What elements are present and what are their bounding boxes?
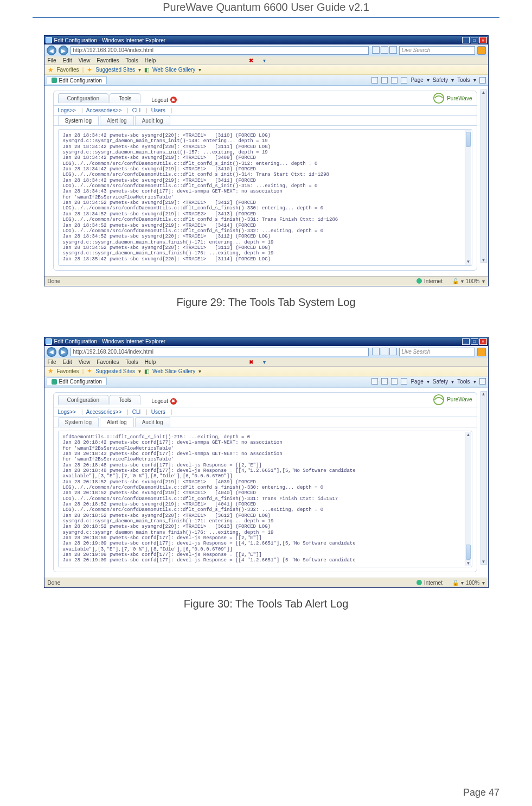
web-slice-link[interactable]: Web Slice Gallery bbox=[152, 67, 195, 73]
nav-back-button[interactable]: ◀ bbox=[47, 46, 56, 55]
nav-forward-button[interactable]: ▶ bbox=[59, 347, 68, 357]
favorites-star-icon[interactable]: ★ bbox=[48, 66, 54, 74]
suggested-sites-link[interactable]: Suggested Sites bbox=[95, 67, 135, 73]
stop-icon[interactable] bbox=[381, 348, 388, 355]
address-bar[interactable]: http://192.168.200.104/index.html bbox=[70, 348, 369, 356]
chevron-down-icon[interactable]: ▾ bbox=[451, 77, 454, 83]
logout-button[interactable]: Logout✖ bbox=[151, 398, 177, 405]
scrollbar-thumb[interactable] bbox=[466, 132, 471, 147]
page-stop-icon[interactable]: ✖ bbox=[249, 359, 253, 365]
scrollbar-thumb[interactable] bbox=[466, 545, 471, 560]
mail-icon[interactable] bbox=[391, 77, 398, 84]
menu-file[interactable]: File bbox=[48, 57, 56, 63]
cmd-tools[interactable]: Tools bbox=[457, 77, 470, 83]
log-scrollbar[interactable] bbox=[465, 432, 471, 566]
browser-tab[interactable]: Edit Configuration bbox=[47, 378, 107, 385]
dropdown-icon[interactable]: ▾ bbox=[198, 67, 201, 73]
chevron-down-icon[interactable]: ▾ bbox=[473, 379, 476, 385]
nav-back-button[interactable]: ◀ bbox=[47, 347, 56, 357]
stop-icon[interactable] bbox=[381, 46, 388, 54]
zoom-label[interactable]: 100% bbox=[466, 580, 480, 586]
mail-icon[interactable] bbox=[391, 378, 398, 385]
link-logs[interactable]: Logs>> bbox=[58, 409, 76, 415]
main-tab-configuration[interactable]: Configuration bbox=[58, 395, 108, 405]
menu-favorites[interactable]: Favorites bbox=[97, 57, 119, 63]
link-cli[interactable]: CLI bbox=[132, 107, 141, 113]
menu-help[interactable]: Help bbox=[145, 57, 156, 63]
window-maximize-button[interactable]: □ bbox=[471, 338, 478, 345]
subtab-audit-log[interactable]: Audit log bbox=[135, 116, 170, 125]
subtab-system-log[interactable]: System log bbox=[58, 116, 99, 125]
link-accessories[interactable]: Accessories>> bbox=[86, 107, 122, 113]
main-tab-tools[interactable]: Tools bbox=[110, 93, 140, 103]
favorites-label[interactable]: Favorites bbox=[57, 67, 79, 73]
compat-view-icon[interactable]: ▾ bbox=[263, 359, 266, 365]
refresh-icon[interactable] bbox=[372, 348, 380, 355]
menu-help[interactable]: Help bbox=[145, 359, 156, 365]
menu-tools[interactable]: Tools bbox=[125, 359, 138, 365]
chevron-down-icon[interactable]: ▾ bbox=[427, 77, 430, 83]
chevron-down-icon[interactable]: ▾ bbox=[427, 379, 430, 385]
cmd-page[interactable]: Page bbox=[411, 77, 423, 83]
dropdown-icon[interactable]: ▾ bbox=[138, 67, 141, 73]
window-minimize-button[interactable]: _ bbox=[462, 37, 470, 43]
main-tab-tools[interactable]: Tools bbox=[110, 395, 140, 405]
cmd-safety[interactable]: Safety bbox=[433, 77, 448, 83]
zoom-dropdown-icon[interactable]: ▾ bbox=[482, 580, 485, 586]
link-cli[interactable]: CLI bbox=[132, 409, 141, 415]
feeds-icon[interactable] bbox=[381, 378, 388, 385]
menu-file[interactable]: File bbox=[48, 359, 56, 365]
dropdown-icon[interactable]: ▾ bbox=[198, 368, 201, 374]
window-minimize-button[interactable]: _ bbox=[462, 338, 470, 345]
search-dropdown-icon[interactable] bbox=[389, 46, 397, 54]
subtab-alert-log[interactable]: Alert log bbox=[100, 417, 134, 427]
menu-edit[interactable]: Edit bbox=[63, 57, 72, 63]
window-close-button[interactable]: × bbox=[479, 338, 487, 345]
print-icon[interactable] bbox=[401, 77, 407, 84]
search-go-button[interactable] bbox=[477, 46, 486, 55]
log-scrollbar[interactable] bbox=[465, 130, 471, 265]
menu-favorites[interactable]: Favorites bbox=[97, 359, 119, 365]
help-icon[interactable] bbox=[479, 378, 486, 385]
favorites-star-icon[interactable]: ★ bbox=[48, 367, 54, 375]
subtab-audit-log[interactable]: Audit log bbox=[135, 417, 170, 427]
dropdown-icon[interactable]: ▾ bbox=[138, 368, 141, 374]
menu-view[interactable]: View bbox=[79, 359, 91, 365]
cmd-tools[interactable]: Tools bbox=[457, 379, 470, 385]
refresh-icon[interactable] bbox=[372, 46, 380, 54]
subtab-alert-log[interactable]: Alert log bbox=[100, 116, 134, 125]
page-scrollbar[interactable] bbox=[480, 391, 487, 565]
menu-tools[interactable]: Tools bbox=[125, 57, 138, 63]
nav-forward-button[interactable]: ▶ bbox=[59, 46, 68, 55]
favorites-label[interactable]: Favorites bbox=[57, 368, 79, 374]
page-stop-icon[interactable]: ✖ bbox=[249, 57, 253, 63]
search-input[interactable]: Live Search bbox=[399, 348, 475, 356]
search-dropdown-icon[interactable] bbox=[389, 348, 397, 355]
search-input[interactable]: Live Search bbox=[399, 46, 475, 55]
window-maximize-button[interactable]: □ bbox=[471, 37, 478, 43]
page-scrollbar[interactable] bbox=[480, 89, 487, 263]
window-close-button[interactable]: × bbox=[479, 37, 487, 43]
link-users[interactable]: Users bbox=[151, 409, 165, 415]
feeds-icon[interactable] bbox=[381, 77, 388, 84]
home-icon[interactable] bbox=[371, 77, 378, 84]
compat-view-icon[interactable]: ▾ bbox=[263, 57, 266, 63]
cmd-page[interactable]: Page bbox=[411, 379, 423, 385]
logout-button[interactable]: Logout✖ bbox=[151, 97, 177, 103]
zoom-dropdown-icon[interactable]: ▾ bbox=[482, 278, 485, 284]
main-tab-configuration[interactable]: Configuration bbox=[58, 93, 108, 103]
menu-edit[interactable]: Edit bbox=[63, 359, 72, 365]
search-go-button[interactable] bbox=[477, 348, 486, 356]
chevron-down-icon[interactable]: ▾ bbox=[473, 77, 476, 83]
help-icon[interactable] bbox=[479, 77, 486, 84]
chevron-down-icon[interactable]: ▾ bbox=[451, 379, 454, 385]
suggested-sites-link[interactable]: Suggested Sites bbox=[95, 368, 135, 374]
link-logs[interactable]: Logs>> bbox=[58, 107, 76, 113]
web-slice-link[interactable]: Web Slice Gallery bbox=[152, 368, 195, 374]
subtab-system-log[interactable]: System log bbox=[58, 417, 99, 427]
menu-view[interactable]: View bbox=[79, 57, 91, 63]
print-icon[interactable] bbox=[401, 378, 407, 385]
address-bar[interactable]: http://192.168.200.104/index.html bbox=[70, 46, 369, 55]
browser-tab[interactable]: Edit Configuration bbox=[47, 76, 107, 84]
cmd-safety[interactable]: Safety bbox=[433, 379, 448, 385]
